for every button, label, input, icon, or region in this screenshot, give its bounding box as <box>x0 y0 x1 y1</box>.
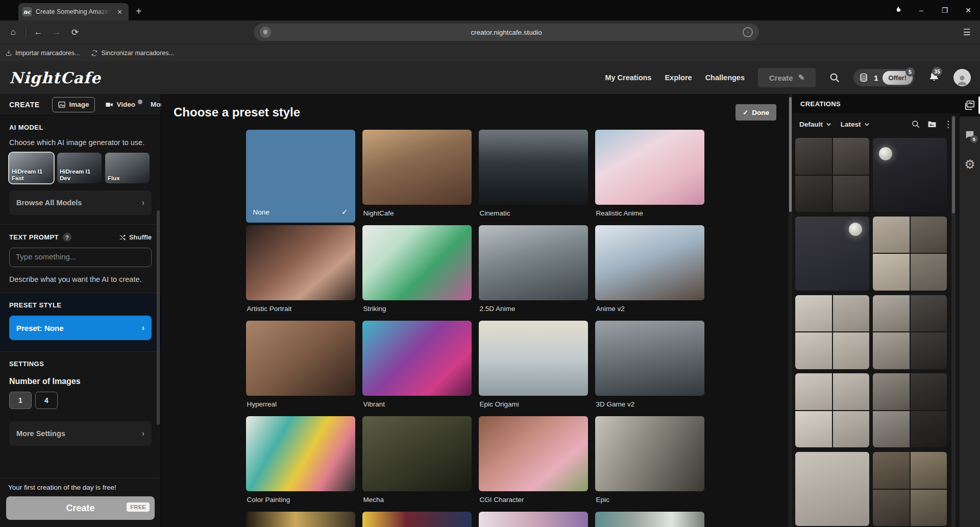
preset-none-button[interactable]: Preset: None › <box>9 316 152 340</box>
browse-all-models-button[interactable]: Browse All Models › <box>9 190 152 215</box>
home-icon[interactable]: ⌂ <box>5 24 21 40</box>
creation-thumbnail[interactable] <box>795 217 869 291</box>
settings-section: SETTINGS Number of Images 14 More Settin… <box>0 352 161 455</box>
preset-label: Color Painting <box>246 496 355 504</box>
create-submit-button[interactable]: Create FREE <box>6 496 155 520</box>
preset-tile[interactable]: Artistic Portrait <box>246 225 355 318</box>
creation-thumbnail[interactable] <box>873 373 947 447</box>
model-card[interactable]: HiDream I1 Dev <box>57 153 102 183</box>
rail-chat-icon[interactable]: 5 <box>960 124 980 146</box>
preset-tile[interactable]: None✓ <box>246 130 355 223</box>
free-badge: FREE <box>127 502 150 512</box>
main-scrollbar[interactable] <box>789 94 792 527</box>
menu-icon[interactable]: ☰ <box>959 24 975 40</box>
creation-thumbnail[interactable] <box>795 373 869 447</box>
preset-tile[interactable]: Hyperreal <box>246 321 355 414</box>
url-bar[interactable]: creator.nightcafe.studio ◔ <box>254 23 759 41</box>
model-label: HiDream I1 Dev <box>60 169 90 182</box>
preset-tile[interactable]: Striking <box>362 225 472 318</box>
preset-tile[interactable]: Color Painting <box>246 416 355 509</box>
creations-title: CREATIONS <box>800 100 841 108</box>
preset-tile[interactable]: Mecha <box>362 416 472 509</box>
preset-tile[interactable]: Epic <box>595 416 704 509</box>
creation-thumbnail[interactable] <box>873 452 947 526</box>
preset-tile[interactable]: 3D Game v2 <box>595 321 704 414</box>
header-create-button[interactable]: Create ✎ <box>758 68 816 87</box>
sidebar-scroll-area[interactable]: AI MODEL Choose which AI image generator… <box>0 115 161 478</box>
creation-thumbnail[interactable] <box>795 452 869 526</box>
preset-label: None <box>253 208 270 216</box>
preset-tile[interactable]: Anime v2 <box>595 225 704 318</box>
browser-tab[interactable]: nc Create Something Amazing - N ✕ <box>18 3 129 20</box>
more-settings-button[interactable]: More Settings › <box>9 421 152 446</box>
forward-icon[interactable]: → <box>48 24 65 40</box>
tab-video[interactable]: Video <box>100 98 141 112</box>
folder-image-icon[interactable] <box>927 119 937 129</box>
shield-icon[interactable] <box>260 27 271 38</box>
preset-tile[interactable]: Vibrant <box>362 321 472 414</box>
back-icon[interactable]: ← <box>30 24 46 40</box>
creations-scrollbar[interactable] <box>951 115 955 527</box>
creation-thumbnail[interactable] <box>873 138 947 212</box>
help-icon[interactable]: ? <box>63 233 71 242</box>
nav-explore[interactable]: Explore <box>665 74 692 82</box>
prompt-input[interactable] <box>9 248 152 267</box>
offer-badge[interactable]: Offer! 5 <box>883 71 913 85</box>
filter-dropdown[interactable]: Default <box>799 121 831 128</box>
preset-tile[interactable]: Cinematic <box>479 130 588 223</box>
reload-icon[interactable]: ⟳ <box>67 24 83 40</box>
browser-logo-flame-icon[interactable] <box>886 0 910 20</box>
image-count-option[interactable]: 4 <box>35 392 58 409</box>
page-action-icon[interactable]: ◔ <box>743 27 753 37</box>
preset-tile[interactable]: Epic Origami <box>479 321 588 414</box>
preset-tile[interactable] <box>479 512 588 527</box>
nav-my-creations[interactable]: My Creations <box>605 74 651 82</box>
tab-close-icon[interactable]: ✕ <box>115 7 125 17</box>
chevron-down-icon <box>864 122 870 127</box>
creation-thumbnail[interactable] <box>795 295 869 369</box>
preset-style-heading: PRESET STYLE <box>9 301 152 309</box>
shuffle-button[interactable]: Shuffle <box>119 233 152 241</box>
model-card[interactable]: HiDream I1 Fast <box>9 153 54 183</box>
close-button[interactable]: ✕ <box>957 0 980 20</box>
search-icon[interactable] <box>829 72 840 83</box>
bookmark-item[interactable]: Importar marcadores... <box>5 50 80 57</box>
image-count-option[interactable]: 1 <box>9 392 32 409</box>
bookmark-label: Importar marcadores... <box>15 50 80 57</box>
preset-tile[interactable] <box>362 512 472 527</box>
nightcafe-logo[interactable]: NightCafe <box>9 69 101 87</box>
rail-creations-icon[interactable] <box>960 94 980 116</box>
notifications-bell-icon[interactable]: 35 <box>928 70 940 85</box>
minimize-button[interactable]: – <box>910 0 933 20</box>
restore-button[interactable]: ❐ <box>933 0 957 20</box>
preset-thumbnail <box>595 321 704 396</box>
creation-thumbnail[interactable] <box>873 217 947 291</box>
creation-thumbnail[interactable] <box>795 138 869 212</box>
nav-challenges[interactable]: Challenges <box>705 74 745 82</box>
creation-thumbnail[interactable] <box>873 295 947 369</box>
import-bookmarks-icon <box>5 50 12 57</box>
main-scrollbar-thumb[interactable] <box>789 97 792 212</box>
nightcafe-favicon-icon: nc <box>22 7 32 16</box>
free-creation-text: Your first creation of the day is free! <box>8 484 153 491</box>
creations-scrollbar-thumb[interactable] <box>952 116 955 213</box>
preset-tile[interactable] <box>246 512 355 527</box>
preset-tile[interactable]: NightCafe <box>362 130 472 223</box>
sort-dropdown[interactable]: Latest <box>841 121 870 128</box>
sidebar-scrollbar[interactable] <box>157 210 160 425</box>
ai-model-section: AI MODEL Choose which AI image generator… <box>0 115 161 224</box>
preset-tile[interactable]: 2.5D Anime <box>479 225 588 318</box>
new-tab-button[interactable]: + <box>136 6 142 17</box>
preset-tile[interactable] <box>595 512 704 527</box>
user-avatar[interactable] <box>953 69 971 86</box>
credits-pill[interactable]: 1 Offer! 5 <box>853 69 915 86</box>
search-icon[interactable] <box>911 119 920 129</box>
preset-tile[interactable]: Realistic Anime <box>595 130 704 223</box>
rail-settings-gear-icon[interactable]: ⚙ <box>960 153 980 176</box>
preset-label: Vibrant <box>362 400 472 408</box>
done-button[interactable]: ✓ Done <box>736 104 776 121</box>
model-card[interactable]: Flux <box>105 153 150 183</box>
preset-tile[interactable]: CGI Character <box>479 416 588 509</box>
bookmark-item[interactable]: Sincronizar marcadores... <box>91 50 174 57</box>
tab-image[interactable]: Image <box>52 97 95 112</box>
